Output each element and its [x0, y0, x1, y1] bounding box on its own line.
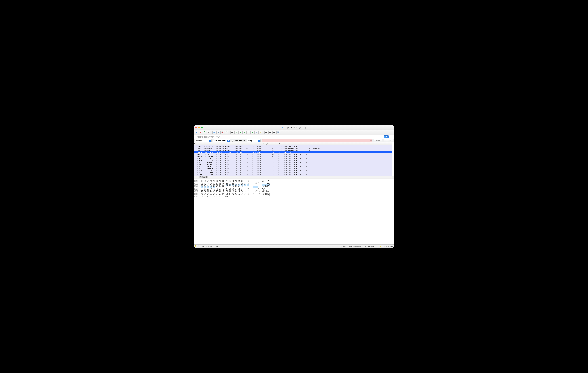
- add-filter-button[interactable]: +: [392, 135, 394, 139]
- packet-row[interactable]: 1434021.864020192.168.17.128192.168.17.1…: [194, 151, 392, 153]
- svg-text:1: 1: [274, 132, 274, 132]
- svg-rect-11: [260, 132, 261, 132]
- app-window: capture_challenge.pcap 1 ❚ ➔ ▾ +: [194, 125, 394, 248]
- reload-button[interactable]: [224, 131, 228, 134]
- svg-point-2: [208, 132, 209, 132]
- find-width-select[interactable]: Narrow & Wide▾: [213, 139, 230, 142]
- svg-rect-4: [218, 132, 219, 132]
- packet-details-pane[interactable]: ["setup", {}]: [194, 176, 394, 178]
- packet-row[interactable]: 1656025.241404192.168.17.128192.168.17.1…: [194, 167, 392, 169]
- zoom-out-button[interactable]: [268, 131, 272, 134]
- auto-scroll-button[interactable]: [254, 131, 258, 134]
- packet-minimap[interactable]: [392, 143, 394, 176]
- packet-row[interactable]: 1648725.035682192.168.17.128192.168.17.1…: [194, 159, 392, 161]
- display-filter-bar: ❚ ➔ ▾ +: [194, 135, 394, 139]
- packet-row[interactable]: 1669325.396447192.168.17.128192.168.17.1…: [194, 171, 392, 173]
- wireshark-icon: [282, 127, 284, 129]
- display-filter-input[interactable]: [196, 135, 384, 139]
- go-first-button[interactable]: [246, 131, 250, 134]
- col-header-source[interactable]: Source: [215, 143, 233, 145]
- save-file-button[interactable]: [217, 131, 220, 134]
- case-sensitive-checkbox[interactable]: Case sensitive: [232, 140, 245, 142]
- annotation-icon[interactable]: ✎: [198, 245, 199, 247]
- go-last-button[interactable]: [251, 131, 254, 134]
- zoom-icon[interactable]: [201, 127, 203, 128]
- status-bar: ✎ Text item (text), 13 bytes Packets: 56…: [194, 244, 394, 248]
- filter-history-button[interactable]: ▾: [389, 135, 392, 139]
- packet-row[interactable]: 1674425.508021192.168.17.1192.168.17.128…: [194, 173, 392, 175]
- find-bar: Packet list▾ Narrow & Wide▾ Case sensiti…: [194, 139, 394, 143]
- svg-rect-0: [200, 132, 201, 133]
- packet-list-header[interactable]: No. Time Source Destination Protocolˆ Le…: [194, 143, 392, 145]
- col-header-info[interactable]: Info: [277, 143, 392, 145]
- minimize-icon[interactable]: [198, 127, 200, 128]
- window-title: capture_challenge.pcap: [282, 126, 306, 129]
- start-capture-button[interactable]: [195, 131, 198, 134]
- main-toolbar: 1: [194, 130, 394, 135]
- zoom-reset-button[interactable]: 1: [272, 131, 276, 134]
- open-file-button[interactable]: [212, 131, 216, 134]
- close-icon[interactable]: [195, 127, 197, 128]
- svg-rect-12: [260, 132, 261, 132]
- svg-rect-13: [260, 132, 261, 133]
- find-pattern-input[interactable]: ⊘: [262, 139, 373, 142]
- titlebar: capture_challenge.pcap: [194, 125, 394, 130]
- packet-row[interactable]: 1648525.035139192.168.17.1192.168.17.128…: [194, 157, 392, 159]
- packet-bytes-pane[interactable]: 0000 00 50 56 c0 00 08 00 0c 29 39 96 0e…: [194, 179, 394, 244]
- col-header-no[interactable]: No.: [194, 143, 203, 145]
- find-button[interactable]: Find: [374, 139, 382, 142]
- col-header-time[interactable]: Time: [203, 143, 215, 145]
- tree-selected-field[interactable]: ["setup", {}]: [199, 176, 208, 178]
- hex-row[interactable]: 00a0 30 30 6d 23 20 22 5d 00m# "]: [194, 196, 394, 197]
- svg-rect-19: [278, 132, 278, 133]
- go-to-packet-button[interactable]: [242, 131, 246, 134]
- find-type-select[interactable]: String▾: [247, 139, 261, 142]
- svg-rect-20: [279, 132, 279, 133]
- packet-row[interactable]: 908614.951862192.168.17.128192.168.17.1W…: [194, 149, 392, 151]
- find-packet-button[interactable]: [230, 131, 234, 134]
- packet-row[interactable]: 1655825.240485192.168.17.1192.168.17.128…: [194, 165, 392, 167]
- apply-filter-button[interactable]: ➔: [384, 135, 389, 138]
- colorize-button[interactable]: [259, 131, 262, 134]
- expert-info-icon[interactable]: [195, 245, 196, 247]
- stop-capture-button[interactable]: [199, 131, 202, 134]
- svg-rect-10: [256, 132, 257, 133]
- go-back-button[interactable]: [234, 131, 238, 134]
- restart-capture-button[interactable]: [203, 131, 206, 134]
- status-profile[interactable]: Profile: Default: [377, 245, 393, 247]
- svg-rect-7: [245, 132, 245, 133]
- go-forward-button[interactable]: [238, 131, 242, 134]
- cancel-find-button[interactable]: Cancel: [384, 139, 393, 142]
- clear-find-icon[interactable]: ⊘: [370, 140, 372, 142]
- packet-row[interactable]: 1650825.127779192.168.17.1192.168.17.128…: [194, 161, 392, 163]
- col-header-proto[interactable]: Protocolˆ: [251, 143, 263, 145]
- close-file-button[interactable]: [220, 131, 224, 134]
- capture-options-button[interactable]: [207, 131, 210, 134]
- find-scope-select[interactable]: Packet list▾: [195, 139, 211, 142]
- packet-row[interactable]: 845512.879209192.168.17.128192.168.17.1W…: [194, 145, 392, 147]
- splitter-handle[interactable]: [194, 178, 394, 179]
- resize-columns-button[interactable]: [276, 131, 280, 134]
- zoom-in-button[interactable]: [264, 131, 268, 134]
- svg-rect-18: [277, 132, 278, 133]
- packet-row[interactable]: 1436222.027544192.168.17.128192.168.17.1…: [194, 155, 392, 157]
- packet-row[interactable]: 908414.951518192.168.17.1192.168.17.128W…: [194, 147, 392, 149]
- status-packet-counts: Packets: 56415 · Displayed: 56415 (100.0…: [219, 245, 377, 247]
- packet-list[interactable]: No. Time Source Destination Protocolˆ Le…: [194, 143, 392, 176]
- packet-row[interactable]: 1674525.508550192.168.17.128192.168.17.1…: [194, 175, 392, 176]
- status-selected-field: Text item (text), 13 bytes: [200, 245, 219, 247]
- packet-row[interactable]: 1669225.395919192.168.17.1192.168.17.128…: [194, 169, 392, 171]
- packet-row[interactable]: 1651025.128416192.168.17.128192.168.17.1…: [194, 163, 392, 165]
- svg-point-6: [231, 132, 232, 133]
- profile-dot-icon: [380, 245, 381, 247]
- bookmark-icon[interactable]: ❚: [194, 135, 196, 139]
- sort-asc-icon: ˆ: [261, 143, 261, 144]
- col-header-length[interactable]: Length: [263, 143, 277, 145]
- packet-row[interactable]: 1436022.019385192.168.17.1192.168.17.128…: [194, 153, 392, 155]
- hex-row[interactable]: 0090 2f 67 65 65 6b 67 61 6d 65 5c 75 30…: [194, 194, 394, 196]
- col-header-dest[interactable]: Destination: [233, 143, 251, 145]
